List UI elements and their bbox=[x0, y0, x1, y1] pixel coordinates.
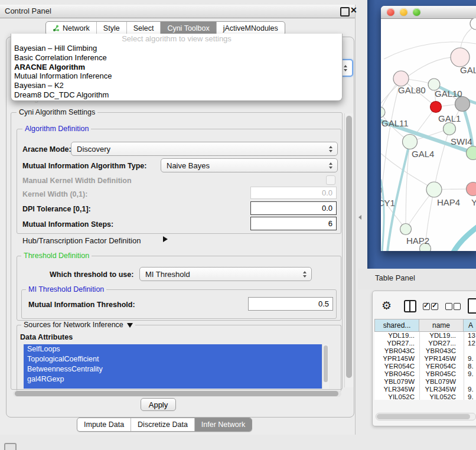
dropdown-item[interactable]: Basic Correlation Inference bbox=[11, 53, 342, 63]
table-mode-icon-partial[interactable] bbox=[468, 298, 476, 314]
node-gal4[interactable] bbox=[403, 135, 418, 149]
cell-value: 13 bbox=[468, 332, 475, 339]
cell-name: YDL19... bbox=[429, 332, 456, 339]
table-row[interactable]: YLR345W YLR345W 9. bbox=[374, 386, 476, 393]
cell-shared: YBR045C bbox=[384, 370, 415, 377]
node-salmon[interactable] bbox=[467, 182, 476, 196]
kernel-width-label: Kernel Width (0,1): bbox=[22, 190, 87, 198]
network-canvas[interactable]: GAL GAL80 GAL10 GAL11 GAL1 SWI4 GAL4 GCY… bbox=[381, 18, 476, 251]
threshold-definition-title: Threshold Definition bbox=[21, 252, 92, 260]
node-gray[interactable] bbox=[455, 97, 470, 112]
dropdown-item[interactable]: Bayesian – Hill Climbing bbox=[11, 44, 342, 53]
hub-definition-toggle-label[interactable]: Hub/Transcription Factor Definition bbox=[22, 236, 141, 245]
attribute-item[interactable]: SelfLoops bbox=[24, 344, 322, 354]
node-gal-pink[interactable] bbox=[451, 48, 470, 67]
column-header-a[interactable]: A bbox=[464, 319, 476, 332]
data-attributes-list: SelfLoops TopologicalCoefficient Between… bbox=[24, 344, 322, 389]
column-header-shared-name[interactable]: shared... bbox=[374, 319, 419, 332]
attribute-item-partial[interactable] bbox=[24, 384, 322, 389]
node-label: Y bbox=[471, 197, 476, 207]
tab-select[interactable]: Select bbox=[126, 22, 161, 35]
settings-vertical-scrollbar[interactable] bbox=[344, 113, 354, 387]
close-icon[interactable]: ✕ bbox=[350, 5, 357, 15]
panel-splitter-handle[interactable] bbox=[358, 215, 361, 220]
gear-icon[interactable]: ⚙ bbox=[382, 299, 392, 312]
node-gal1[interactable] bbox=[444, 123, 456, 135]
tab-impute-label: Impute Data bbox=[84, 418, 124, 431]
select-all-checkbox-icon-2[interactable] bbox=[431, 303, 438, 310]
horizontal-scrollbar-thumb[interactable] bbox=[15, 391, 338, 396]
dropdown-item[interactable]: Mutual Information Inference bbox=[11, 71, 342, 81]
mi-type-combobox[interactable]: Naive Bayes bbox=[161, 158, 338, 172]
settings-scrollbar-thumb[interactable] bbox=[346, 116, 352, 378]
tab-impute-data[interactable]: Impute Data bbox=[77, 418, 131, 431]
node[interactable] bbox=[470, 18, 476, 30]
tab-network[interactable]: Network bbox=[46, 22, 96, 35]
dropdown-item[interactable]: Bayesian – K2 bbox=[11, 81, 342, 90]
node-label: GCY1 bbox=[381, 198, 395, 208]
tab-infer-network[interactable]: Infer Network bbox=[194, 418, 252, 431]
attributes-list-scrollbar[interactable] bbox=[322, 344, 329, 389]
which-threshold-combobox[interactable]: MI Threshold bbox=[139, 267, 312, 281]
table-row[interactable]: YPR145W YPR145W 9. bbox=[374, 355, 476, 363]
mi-threshold-field[interactable] bbox=[248, 297, 333, 311]
tab-cyni-toolbox[interactable]: Cyni Toolbox bbox=[160, 22, 216, 35]
deselect-all-checkbox-icon-2[interactable] bbox=[454, 303, 461, 310]
cell-value: 12 bbox=[468, 340, 475, 347]
attributes-scrollbar-thumb[interactable] bbox=[324, 345, 328, 382]
dropdown-prompt: Select algorithm to view settings bbox=[11, 34, 342, 44]
table-row[interactable]: YDL19... YDL19... 13 bbox=[374, 332, 476, 340]
mi-threshold-group-title: MI Threshold Definition bbox=[26, 285, 106, 294]
dpi-tolerance-field[interactable] bbox=[250, 201, 337, 215]
dropdown-item-selected[interactable]: ARACNE Algorithm bbox=[11, 63, 342, 72]
close-traffic-light[interactable] bbox=[387, 8, 395, 16]
table-scrollbar-thumb[interactable] bbox=[377, 414, 470, 419]
float-window-icon[interactable] bbox=[340, 7, 350, 17]
table-row[interactable]: YER054C YER054C 8. bbox=[374, 363, 476, 370]
dropdown-item[interactable]: Dream8 DC_TDC Algorithm bbox=[11, 90, 342, 100]
deselect-all-checkbox-icon[interactable] bbox=[445, 303, 452, 310]
table-row[interactable]: YBR043C YBR043C bbox=[374, 347, 476, 355]
cell-shared: YIL052C bbox=[388, 393, 415, 400]
column-header-name[interactable]: name bbox=[419, 319, 464, 332]
aracne-mode-value: Discovery bbox=[77, 145, 110, 154]
aracne-mode-combobox[interactable]: Discovery bbox=[71, 142, 338, 156]
attribute-item[interactable]: gal4RGexp bbox=[24, 374, 322, 384]
table-row[interactable]: YIL052C YIL052C 9. bbox=[374, 393, 476, 400]
table-horizontal-scrollbar[interactable] bbox=[376, 413, 476, 420]
tab-jactivemnodules[interactable]: jActiveMNodules bbox=[216, 22, 285, 35]
apply-button[interactable]: Apply bbox=[141, 398, 176, 411]
zoom-traffic-light[interactable] bbox=[413, 8, 420, 16]
table-row[interactable]: YBL079W YBL079W bbox=[374, 378, 476, 386]
sources-group-title[interactable]: Sources for Network Inference bbox=[21, 321, 135, 329]
attribute-item[interactable]: TopologicalCoefficient bbox=[24, 354, 322, 364]
table-row[interactable]: YDR27... YDR27... 12 bbox=[374, 340, 476, 347]
select-all-checkbox-icon[interactable] bbox=[423, 303, 430, 310]
cyni-settings-title: Cyni Algorithm Settings bbox=[17, 108, 97, 116]
tab-style[interactable]: Style bbox=[96, 22, 126, 35]
node-red-selected[interactable] bbox=[431, 102, 442, 113]
node-gal80[interactable] bbox=[393, 71, 409, 86]
minimized-panel-icon[interactable] bbox=[4, 443, 17, 450]
mi-type-value: Naive Bayes bbox=[167, 161, 210, 170]
cell-shared: YBR043C bbox=[384, 347, 415, 354]
manual-kernel-checkbox[interactable] bbox=[326, 175, 335, 185]
node-gal11[interactable] bbox=[381, 107, 385, 118]
mi-steps-field[interactable] bbox=[250, 217, 337, 230]
kernel-width-field[interactable] bbox=[250, 187, 337, 199]
mi-type-label: Mutual Information Algorithm Type: bbox=[22, 162, 146, 170]
data-attributes-label: Data Attributes bbox=[20, 333, 73, 341]
node-hap4[interactable] bbox=[426, 182, 442, 197]
split-columns-icon[interactable] bbox=[404, 300, 416, 312]
node-green-bright[interactable] bbox=[467, 146, 476, 160]
node-hap2[interactable] bbox=[400, 224, 412, 235]
mi-steps-label: Mutual Information Steps: bbox=[22, 220, 113, 229]
network-window-titlebar[interactable] bbox=[381, 6, 476, 19]
settings-horizontal-scrollbar[interactable] bbox=[13, 390, 341, 397]
attribute-item[interactable]: BetweennessCentrality bbox=[24, 364, 322, 374]
tab-cyni-toolbox-label: Cyni Toolbox bbox=[167, 22, 209, 35]
minimize-traffic-light[interactable] bbox=[400, 8, 407, 16]
table-row[interactable]: YBR045C YBR045C 9. bbox=[374, 370, 476, 378]
tab-discretize-data[interactable]: Discretize Data bbox=[131, 418, 194, 431]
hub-expand-arrow-icon[interactable] bbox=[163, 236, 168, 242]
